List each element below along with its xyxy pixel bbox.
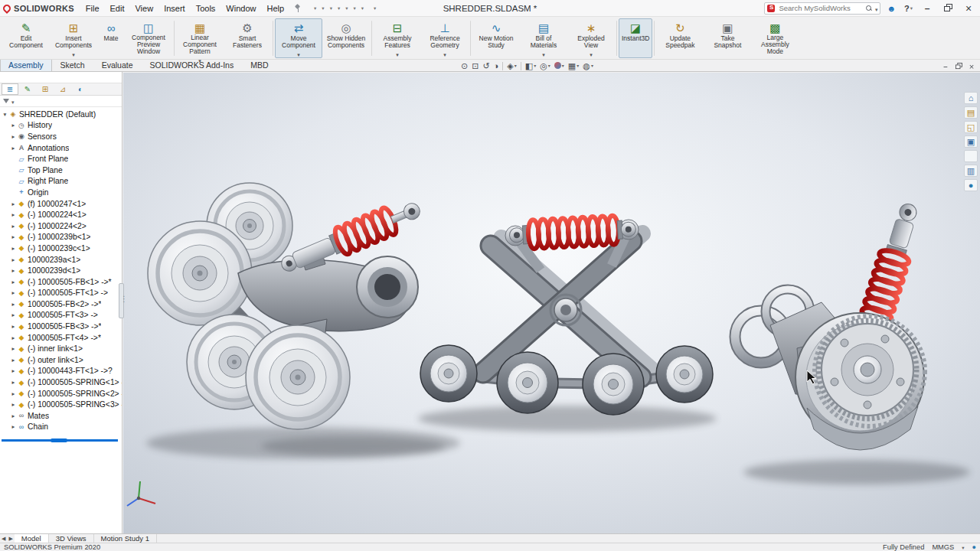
expand-arrow-icon[interactable]: [10, 345, 17, 352]
tree-item[interactable]: Front Plane: [0, 153, 122, 165]
rollback-bar[interactable]: [2, 439, 118, 442]
doc-close-button[interactable]: [967, 62, 977, 70]
quick-access-button[interactable]: [327, 3, 335, 14]
ribbon-button[interactable]: Insert Components: [50, 18, 97, 58]
tree-item[interactable]: Top Plane: [0, 165, 122, 176]
expand-arrow-icon[interactable]: [10, 301, 17, 308]
ribbon-button[interactable]: Reference Geometry: [421, 18, 469, 58]
expand-arrow-icon[interactable]: [10, 211, 17, 218]
task-pane-button[interactable]: [964, 92, 978, 104]
tree-item[interactable]: (f) 10000247<1>: [0, 198, 122, 210]
model-tab[interactable]: 3D Views: [49, 534, 94, 543]
view-toolbar-button[interactable]: [505, 61, 518, 71]
expand-arrow-icon[interactable]: [10, 245, 17, 252]
tree-item[interactable]: (-) 10000505-SPRING<3> ->: [0, 399, 122, 410]
view-toolbar-button[interactable]: [492, 61, 501, 71]
doc-minimize-button[interactable]: [941, 62, 951, 70]
quick-access-button[interactable]: [335, 3, 342, 14]
model-tab[interactable]: Model: [15, 534, 49, 543]
ribbon-button[interactable]: [371, 21, 372, 56]
ribbon-button[interactable]: New Motion Study: [472, 18, 520, 58]
search-options-caret[interactable]: [875, 4, 878, 13]
tree-item[interactable]: (-) outer link<1>: [0, 354, 122, 366]
expand-arrow-icon[interactable]: [10, 201, 17, 207]
task-pane-button[interactable]: [964, 121, 978, 133]
menu-item[interactable]: Tools: [191, 2, 221, 15]
ribbon-button[interactable]: [654, 21, 655, 56]
panel-splitter-grip[interactable]: [119, 283, 124, 318]
ribbon-button[interactable]: [470, 21, 471, 56]
tree-item[interactable]: (-) 10000505-FT<1> ->: [0, 288, 122, 299]
ribbon-button[interactable]: Update Speedpak: [656, 18, 704, 58]
tree-item[interactable]: (-) 10000239b<1>: [0, 232, 122, 243]
restore-button[interactable]: [939, 2, 956, 15]
expand-arrow-icon[interactable]: [10, 267, 17, 274]
ribbon-button[interactable]: Move Component: [275, 18, 322, 58]
panel-tab[interactable]: [19, 83, 36, 95]
expand-arrow-icon[interactable]: [2, 111, 8, 118]
tree-item[interactable]: (-) 10000239c<1>: [0, 243, 122, 254]
tree-item[interactable]: (-) 10000443-FT<1> ->?: [0, 366, 122, 377]
task-pane-button[interactable]: [964, 106, 978, 119]
expand-arrow-icon[interactable]: [10, 401, 17, 408]
expand-arrow-icon[interactable]: [10, 133, 17, 140]
quick-access-button[interactable]: [318, 3, 326, 14]
ribbon-button[interactable]: Show Hidden Components: [322, 18, 370, 58]
menu-item[interactable]: File: [80, 2, 105, 15]
tree-item[interactable]: 10000505-FB<2> ->*: [0, 298, 122, 310]
expand-arrow-icon[interactable]: [10, 145, 17, 152]
expand-arrow-icon[interactable]: [10, 223, 17, 230]
tree-item[interactable]: (-) 10000224<2>: [0, 220, 122, 232]
tree-item[interactable]: (-) 10000505-SPRING<1> ->: [0, 377, 122, 388]
tree-item[interactable]: (-) inner link<1>: [0, 343, 122, 354]
expand-arrow-icon[interactable]: [10, 323, 17, 330]
tree-item[interactable]: Right Plane: [0, 176, 122, 187]
tree-item[interactable]: (-) 10000224<1>: [0, 209, 122, 220]
quick-access-button[interactable]: [342, 3, 350, 14]
ribbon-button[interactable]: Instant3D: [619, 18, 652, 58]
graphics-viewport[interactable]: [123, 73, 980, 533]
tree-item[interactable]: History: [0, 120, 122, 132]
expand-arrow-icon[interactable]: [10, 367, 17, 374]
expand-arrow-icon[interactable]: [10, 256, 17, 263]
pin-menu-icon[interactable]: [294, 4, 302, 13]
mysolidworks-search-input[interactable]: [777, 3, 862, 13]
ribbon-button[interactable]: Exploded View: [567, 18, 615, 58]
tree-item[interactable]: SHREDDER (Default): [0, 109, 122, 120]
expand-arrow-icon[interactable]: [10, 334, 17, 341]
view-toolbar-button[interactable]: [524, 61, 537, 71]
menu-item[interactable]: Help: [261, 2, 289, 15]
panel-tab[interactable]: [72, 83, 89, 95]
panel-tab[interactable]: [37, 83, 54, 95]
tree-item[interactable]: Mates: [0, 410, 122, 422]
command-tab[interactable]: SOLIDWORKS Add-Ins: [142, 59, 243, 71]
expand-arrow-icon[interactable]: [10, 289, 17, 296]
panel-tab[interactable]: [54, 83, 71, 95]
view-toolbar-button[interactable]: [567, 61, 580, 71]
ribbon-button[interactable]: [273, 21, 273, 56]
menu-item[interactable]: Edit: [105, 2, 130, 15]
expand-arrow-icon[interactable]: [10, 233, 17, 240]
connect-status-icon[interactable]: [972, 543, 976, 551]
task-pane-button[interactable]: [964, 179, 978, 191]
expand-arrow-icon[interactable]: [10, 357, 17, 364]
menu-item[interactable]: Insert: [158, 2, 191, 15]
expand-arrow-icon[interactable]: [10, 423, 17, 430]
expand-arrow-icon[interactable]: [10, 279, 17, 285]
close-button[interactable]: [960, 2, 977, 15]
view-toolbar-button[interactable]: [581, 61, 595, 71]
tree-item[interactable]: Origin: [0, 187, 122, 198]
tab-scroll-left-icon[interactable]: ◀: [0, 536, 7, 542]
tab-scroll-right-icon[interactable]: ▶: [7, 536, 14, 542]
filter-caret-icon[interactable]: [11, 96, 15, 106]
tree-item[interactable]: 10000505-FB<3> ->*: [0, 321, 122, 332]
task-pane-button[interactable]: [964, 135, 978, 148]
view-toolbar-button[interactable]: [502, 62, 503, 70]
tree-item[interactable]: Sensors: [0, 131, 122, 142]
command-tab[interactable]: Assembly: [0, 59, 52, 71]
expand-arrow-icon[interactable]: [10, 390, 17, 397]
search-icon[interactable]: [865, 5, 873, 12]
expand-arrow-icon[interactable]: [10, 122, 17, 129]
graphics-area[interactable]: [123, 73, 980, 533]
ribbon-button[interactable]: [616, 21, 617, 56]
